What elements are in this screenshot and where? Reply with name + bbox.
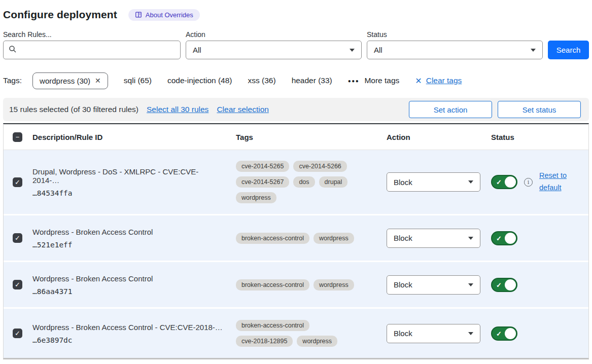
description-cell: Wordpress - Broken Access Control …521e1… (32, 228, 236, 249)
select-all-checkbox[interactable]: − (13, 132, 22, 142)
action-select[interactable]: Block (387, 229, 480, 248)
chevron-down-icon (531, 49, 536, 52)
status-toggle[interactable]: ✓ (491, 326, 517, 341)
tags-cell: broken-access-controlwordpress (236, 279, 369, 290)
remove-tag-icon[interactable]: ✕ (95, 77, 101, 85)
check-icon: ✓ (496, 234, 502, 242)
status-filter-value: All (374, 46, 382, 54)
select-all-link[interactable]: Select all 30 rules (147, 105, 208, 114)
status-cell: ✓ i Reset to default (491, 170, 588, 194)
status-toggle[interactable]: ✓ (491, 278, 517, 292)
check-icon: ✓ (496, 281, 502, 288)
search-button[interactable]: Search (548, 41, 589, 59)
toggle-knob (505, 233, 516, 244)
action-filter-value: All (193, 46, 201, 54)
tag-chip: cve-2014-5266 (293, 161, 346, 172)
action-cell: Block (387, 172, 491, 192)
action-filter-field: Action All (186, 30, 362, 59)
tag-filter-sqli[interactable]: sqli (65) (124, 76, 152, 85)
clear-selection-link[interactable]: Clear selection (217, 105, 269, 114)
tag-filter-xss[interactable]: xss (36) (248, 76, 276, 85)
tag-chip: drupal (319, 176, 348, 188)
table-row: ✓ Wordpress - Broken Access Control - CV… (4, 307, 588, 358)
rule-id: …6e3897dc (32, 336, 224, 344)
set-status-button[interactable]: Set status (498, 101, 581, 118)
tag-chip: broken-access-control (236, 279, 309, 290)
rule-description: Wordpress - Broken Access Control - CVE:… (32, 323, 224, 332)
action-cell: Block (387, 229, 491, 248)
rules-table: − Description/Rule ID Tags Action Status… (3, 123, 589, 359)
table-header-row: − Description/Rule ID Tags Action Status (4, 124, 588, 150)
toggle-knob (505, 176, 516, 188)
selection-summary: 15 rules selected (of 30 filtered rules) (9, 105, 138, 114)
rules-table-body: ✓ Drupal, Wordpress - DoS - XMLRPC - CVE… (4, 150, 588, 358)
search-icon (9, 45, 17, 55)
action-filter-select[interactable]: All (186, 41, 362, 59)
tags-bar-label: Tags: (3, 76, 22, 85)
selection-bar: 15 rules selected (of 30 filtered rules)… (3, 98, 589, 121)
status-filter-select[interactable]: All (367, 41, 543, 59)
search-box[interactable] (3, 41, 181, 59)
page-title: Configure deployment (3, 9, 117, 21)
tags-cell: cve-2014-5265cve-2014-5266cve-2014-5267d… (236, 161, 369, 203)
chevron-down-icon (468, 180, 473, 184)
rule-description: Wordpress - Broken Access Control (32, 228, 224, 236)
reset-to-default-link[interactable]: Reset to default (539, 170, 572, 194)
column-header-description: Description/Rule ID (32, 133, 236, 141)
book-icon (135, 11, 142, 18)
search-rules-field: Search Rules... (3, 30, 181, 59)
ellipsis-icon: ●●● (348, 78, 360, 84)
row-checkbox[interactable]: ✓ (13, 233, 22, 243)
status-toggle[interactable]: ✓ (491, 231, 517, 245)
action-value: Block (394, 234, 412, 242)
table-row: ✓ Drupal, Wordpress - DoS - XMLRPC - CVE… (4, 150, 588, 214)
chevron-down-icon (468, 283, 473, 286)
check-icon: ✓ (496, 178, 502, 186)
status-toggle[interactable]: ✓ (491, 175, 517, 189)
rule-id: …84534ffa (32, 189, 224, 197)
info-icon[interactable]: i (524, 178, 533, 187)
action-filter-label: Action (186, 30, 362, 39)
rule-id: …86aa4371 (32, 287, 224, 296)
action-select[interactable]: Block (387, 172, 480, 192)
status-cell: ✓ (491, 278, 588, 292)
action-value: Block (394, 178, 412, 187)
tags-cell: broken-access-controlcve-2018-12895wordp… (236, 320, 369, 347)
tag-chip: cve-2014-5265 (236, 161, 289, 172)
more-tags-label: More tags (364, 76, 399, 85)
tag-filter-code-injection[interactable]: code-injection (48) (167, 76, 232, 85)
row-checkbox[interactable]: ✓ (13, 280, 22, 289)
toggle-knob (505, 279, 516, 290)
search-rules-input[interactable] (21, 46, 175, 54)
status-cell: ✓ (491, 231, 588, 245)
about-overrides-badge[interactable]: About Overrides (128, 9, 200, 21)
configure-deployment-page: Configure deployment About Overrides Sea… (0, 0, 592, 359)
toggle-knob (505, 328, 516, 339)
rule-description: Wordpress - Broken Access Control (32, 274, 224, 283)
selected-tag-label: wordpress (30) (40, 77, 90, 85)
tag-chip: cve-2014-5267 (236, 176, 289, 188)
tag-chip: wordpress (236, 192, 276, 203)
description-cell: Wordpress - Broken Access Control - CVE:… (32, 323, 236, 344)
action-cell: Block (387, 275, 491, 295)
row-checkbox[interactable]: ✓ (13, 177, 22, 187)
clear-tags-label: Clear tags (426, 76, 462, 85)
set-action-button[interactable]: Set action (409, 101, 492, 118)
chevron-down-icon (468, 332, 473, 335)
status-filter-label: Status (367, 30, 543, 39)
column-header-action: Action (387, 133, 491, 141)
rule-description: Drupal, Wordpress - DoS - XMLRPC - CVE:C… (32, 167, 224, 185)
tags-cell: broken-access-controlwordpress (236, 233, 369, 244)
column-header-status: Status (491, 133, 588, 141)
tag-filter-header[interactable]: header (33) (292, 76, 332, 85)
check-icon: ✓ (496, 330, 502, 337)
action-select[interactable]: Block (387, 324, 480, 343)
selected-tag-wordpress[interactable]: wordpress (30) ✕ (32, 72, 108, 89)
more-tags-button[interactable]: ●●● More tags (348, 76, 400, 85)
row-checkbox[interactable]: ✓ (13, 329, 22, 338)
action-select[interactable]: Block (387, 275, 480, 295)
clear-tags-button[interactable]: ✕ Clear tags (415, 76, 462, 86)
description-cell: Drupal, Wordpress - DoS - XMLRPC - CVE:C… (32, 167, 236, 197)
action-value: Block (394, 329, 412, 338)
status-filter-field: Status All (367, 30, 543, 59)
